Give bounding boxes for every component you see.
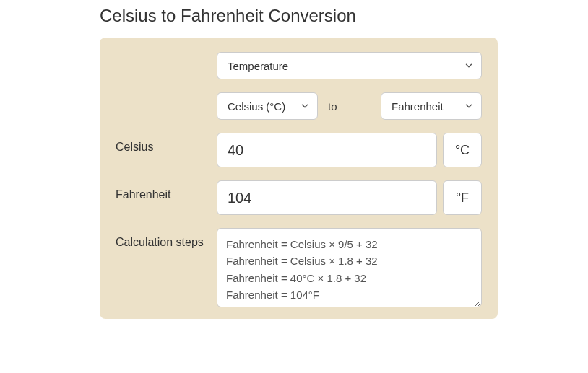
empty-label (116, 52, 217, 59)
chevron-down-icon (300, 101, 310, 111)
from-unit-select[interactable]: Celsius (°C) (217, 92, 318, 120)
to-unit-select[interactable]: Fahrenheit (381, 92, 482, 120)
page-title: Celsius to Fahrenheit Conversion (100, 6, 588, 26)
category-select-value: Temperature (228, 60, 288, 72)
from-unit-value: Celsius (°C) (228, 100, 285, 113)
celsius-input[interactable] (217, 133, 437, 167)
empty-label (116, 92, 217, 100)
fahrenheit-unit: °F (443, 180, 482, 215)
chevron-down-icon (464, 61, 474, 71)
calculation-steps[interactable] (217, 228, 482, 307)
to-unit-value: Fahrenheit (392, 100, 444, 113)
steps-label: Calculation steps (116, 228, 217, 250)
to-label: to (324, 100, 342, 113)
fahrenheit-input[interactable] (217, 180, 437, 215)
converter-panel: Temperature Celsius (°C) to Fahrenheit (100, 38, 498, 319)
category-select[interactable]: Temperature (217, 52, 482, 79)
chevron-down-icon (464, 101, 474, 111)
fahrenheit-label: Fahrenheit (116, 180, 217, 203)
celsius-unit: °C (443, 133, 482, 167)
celsius-label: Celsius (116, 133, 217, 155)
